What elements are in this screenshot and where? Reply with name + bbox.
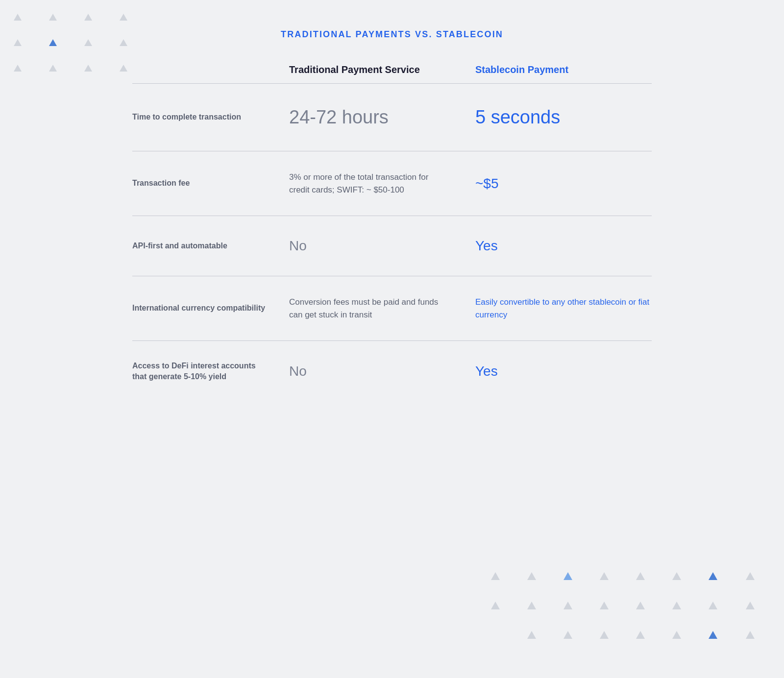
deco-tri	[120, 39, 127, 46]
deco-tri	[527, 602, 536, 609]
deco-tri	[600, 602, 609, 609]
row-fee-label: Transaction fee	[132, 178, 279, 189]
row-currency: International currency compatibility Con…	[132, 276, 652, 341]
deco-tri	[672, 602, 681, 609]
deco-tri	[709, 602, 717, 609]
deco-tri	[564, 602, 572, 609]
deco-tri	[491, 572, 500, 580]
deco-tri	[600, 631, 609, 639]
row-time-label: Time to complete transaction	[132, 112, 279, 122]
deco-tri	[600, 572, 609, 580]
deco-tri	[527, 631, 536, 639]
row-currency-stablecoin: Easily convertible to any other stableco…	[466, 296, 652, 321]
deco-tri	[120, 14, 127, 21]
row-time: Time to complete transaction 24-72 hours…	[132, 84, 652, 151]
deco-tri	[746, 631, 755, 639]
row-defi-traditional: No	[279, 361, 466, 382]
row-defi-label: Access to DeFi interest accounts that ge…	[132, 361, 279, 383]
col-header-stablecoin: Stablecoin Payment	[466, 64, 652, 75]
deco-tri	[527, 572, 536, 580]
deco-tri	[84, 14, 92, 21]
deco-tri	[672, 631, 681, 639]
page-title: TRADITIONAL PAYMENTS VS. STABLECOIN	[132, 29, 652, 40]
row-api: API-first and automatable No Yes	[132, 216, 652, 276]
row-api-traditional: No	[279, 236, 466, 256]
row-defi: Access to DeFi interest accounts that ge…	[132, 341, 652, 402]
deco-tri	[49, 14, 57, 21]
deco-tri	[564, 631, 572, 639]
row-currency-label: International currency compatibility	[132, 303, 279, 314]
deco-tri	[746, 572, 755, 580]
deco-tri	[709, 572, 717, 580]
deco-tri	[746, 602, 755, 609]
page-container: TRADITIONAL PAYMENTS VS. STABLECOIN Trad…	[0, 0, 784, 678]
deco-tri	[14, 39, 22, 46]
row-currency-traditional: Conversion fees must be paid and funds c…	[279, 296, 466, 321]
comparison-table: Traditional Payment Service Stablecoin P…	[132, 64, 652, 402]
deco-tri	[672, 572, 681, 580]
col-header-traditional: Traditional Payment Service	[279, 64, 466, 75]
deco-tri	[49, 39, 57, 46]
deco-tri	[636, 572, 645, 580]
col-empty	[132, 64, 279, 75]
row-api-stablecoin: Yes	[466, 236, 652, 256]
row-time-stablecoin: 5 seconds	[466, 103, 652, 131]
deco-tri	[84, 65, 92, 72]
row-fee: Transaction fee 3% or more of the total …	[132, 151, 652, 216]
row-fee-traditional: 3% or more of the total transaction for …	[279, 171, 466, 196]
deco-tri	[14, 65, 22, 72]
deco-tri	[636, 631, 645, 639]
deco-tri	[49, 65, 57, 72]
content-wrapper: TRADITIONAL PAYMENTS VS. STABLECOIN Trad…	[132, 29, 652, 402]
row-defi-stablecoin: Yes	[466, 361, 652, 382]
deco-tri	[84, 39, 92, 46]
row-fee-stablecoin: ~$5	[466, 173, 652, 194]
table-header: Traditional Payment Service Stablecoin P…	[132, 64, 652, 84]
deco-tri	[14, 14, 22, 21]
deco-tri	[636, 602, 645, 609]
deco-tri	[120, 65, 127, 72]
deco-tri	[564, 572, 572, 580]
deco-tri	[709, 631, 717, 639]
row-api-label: API-first and automatable	[132, 241, 279, 251]
row-time-traditional: 24-72 hours	[279, 103, 466, 131]
deco-tri	[491, 602, 500, 609]
